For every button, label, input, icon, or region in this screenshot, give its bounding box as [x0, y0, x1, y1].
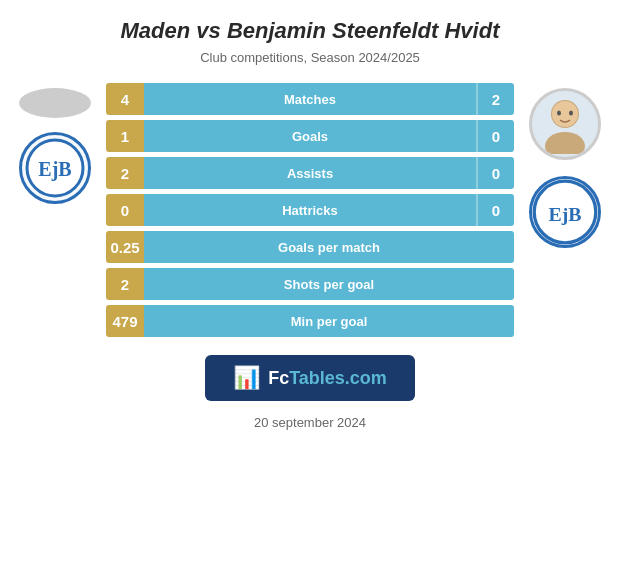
stat-row: 0Hattricks0 [106, 194, 514, 226]
stat-left-value: 0 [106, 194, 144, 226]
stat-label: Matches [144, 83, 476, 115]
brand-icon: 📊 [233, 365, 260, 391]
stat-right-value: 0 [476, 194, 514, 226]
content-area: EjB 4Matches21Goals02Assists00Hattricks0… [0, 83, 620, 337]
stat-row: 2Shots per goal [106, 268, 514, 300]
stat-label: Min per goal [144, 305, 514, 337]
main-container: Maden vs Benjamin Steenfeldt Hvidt Club … [0, 0, 620, 580]
player-photo [529, 88, 601, 160]
brand-text: FcTables.com [268, 368, 387, 389]
stat-row: 4Matches2 [106, 83, 514, 115]
brand-accent: Tables.com [289, 368, 387, 388]
svg-text:EjB: EjB [38, 158, 71, 181]
stat-label: Goals [144, 120, 476, 152]
right-column: EjB [520, 83, 610, 248]
maden-club-logo: EjB [19, 132, 91, 204]
brand-box: 📊 FcTables.com [205, 355, 415, 401]
stat-left-value: 4 [106, 83, 144, 115]
stat-left-value: 2 [106, 157, 144, 189]
stat-row: 1Goals0 [106, 120, 514, 152]
svg-point-3 [545, 132, 585, 154]
svg-point-4 [552, 101, 578, 127]
stat-label: Goals per match [144, 231, 514, 263]
stat-left-value: 479 [106, 305, 144, 337]
match-title: Maden vs Benjamin Steenfeldt Hvidt [121, 18, 500, 44]
left-column: EjB [10, 83, 100, 204]
match-subtitle: Club competitions, Season 2024/2025 [200, 50, 420, 65]
svg-point-6 [569, 111, 573, 116]
stat-label: Shots per goal [144, 268, 514, 300]
stat-left-value: 2 [106, 268, 144, 300]
stat-left-value: 0.25 [106, 231, 144, 263]
footer-date: 20 september 2024 [254, 415, 366, 430]
stat-right-value: 2 [476, 83, 514, 115]
stats-column: 4Matches21Goals02Assists00Hattricks00.25… [106, 83, 514, 337]
stat-row: 479Min per goal [106, 305, 514, 337]
hvidt-club-logo: EjB [529, 176, 601, 248]
stat-right-value: 0 [476, 157, 514, 189]
stat-right-value: 0 [476, 120, 514, 152]
stat-label: Hattricks [144, 194, 476, 226]
stat-row: 2Assists0 [106, 157, 514, 189]
svg-text:EjB: EjB [548, 203, 581, 225]
stat-row: 0.25Goals per match [106, 231, 514, 263]
maden-logo-oval [19, 88, 91, 118]
svg-point-5 [557, 111, 561, 116]
stat-label: Assists [144, 157, 476, 189]
stat-left-value: 1 [106, 120, 144, 152]
